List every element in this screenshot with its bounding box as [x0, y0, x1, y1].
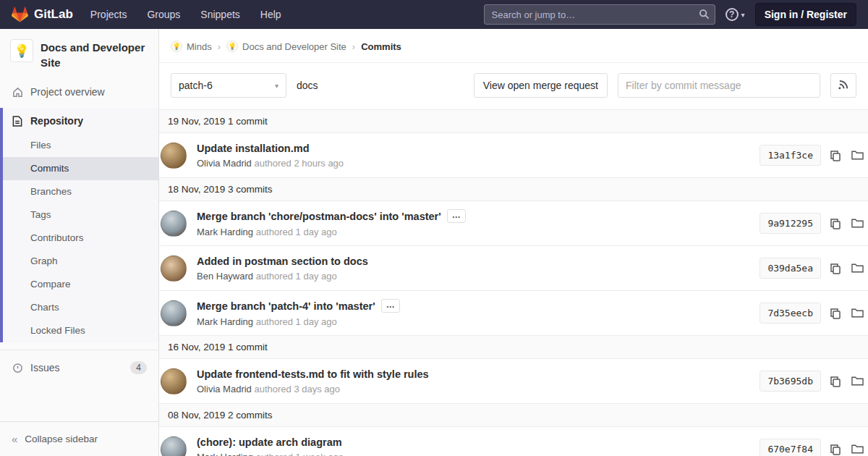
sidebar-item-compare[interactable]: Compare: [3, 273, 158, 296]
commit-row: Update installation.md Olivia Madrid aut…: [159, 133, 868, 178]
brand-name: GitLab: [34, 7, 73, 22]
commit-sha[interactable]: 7d35eecb: [760, 303, 821, 324]
copy-sha-button[interactable]: [828, 261, 843, 276]
commit-sha[interactable]: 7b3695db: [760, 371, 821, 392]
author-avatar[interactable]: [161, 300, 187, 326]
breadcrumb-separator: ›: [218, 41, 221, 52]
commit-authored-time: authored 1 day ago: [256, 316, 337, 327]
browse-files-button[interactable]: [850, 261, 865, 275]
nav-item-snippets[interactable]: Snippets: [200, 9, 239, 20]
commit-authored-time: authored 1 day ago: [256, 271, 337, 282]
double-chevron-left-icon: «: [12, 433, 17, 445]
commit-authored-time: authored 1 day ago: [256, 227, 337, 237]
document-icon: [12, 116, 23, 127]
browse-files-button[interactable]: [850, 306, 865, 320]
commit-author-link[interactable]: Ben Hayward: [197, 271, 253, 282]
group-avatar: 💡: [171, 41, 182, 52]
project-sidebar: 💡 Docs and Developer Site Project overvi…: [0, 29, 159, 456]
commit-sha[interactable]: 039da5ea: [760, 258, 821, 279]
copy-sha-button[interactable]: [828, 148, 843, 163]
commit-title-link[interactable]: (chore): update arch diagram: [197, 436, 342, 448]
collapse-sidebar-button[interactable]: « Collapse sidebar: [0, 421, 158, 456]
sidebar-divider: [0, 350, 158, 350]
commit-author-link[interactable]: Mark Harding: [197, 452, 253, 456]
gitlab-logo[interactable]: GitLab: [12, 7, 73, 23]
project-avatar[interactable]: 💡: [10, 39, 33, 62]
nav-item-groups[interactable]: Groups: [147, 9, 180, 20]
commits-feed-button[interactable]: [830, 73, 856, 98]
commit-title-link[interactable]: Update installation.md: [197, 143, 310, 154]
sidebar-item-files[interactable]: Files: [3, 134, 158, 157]
branch-selector-dropdown[interactable]: patch-6 ▾: [171, 73, 286, 98]
breadcrumb-separator: ›: [352, 41, 355, 52]
commit-list: 19 Nov, 2019 1 commit Update installatio…: [159, 109, 868, 456]
commit-author-link[interactable]: Olivia Madrid: [197, 384, 252, 394]
commit-sha[interactable]: 9a912295: [760, 213, 821, 234]
copy-sha-button[interactable]: [828, 216, 843, 231]
sidebar-item-charts[interactable]: Charts: [3, 296, 158, 319]
copy-sha-button[interactable]: [828, 306, 843, 321]
commit-row: (chore): update arch diagram Mark Hardin…: [159, 427, 868, 456]
sidebar-item-tags[interactable]: Tags: [3, 203, 158, 227]
nav-item-projects[interactable]: Projects: [90, 9, 127, 20]
commit-date-header: 19 Nov, 2019 1 commit: [159, 110, 868, 133]
sidebar-item-issues[interactable]: Issues 4: [0, 355, 158, 381]
commit-title-link[interactable]: Merge branch 'chore/postman-docs' into '…: [197, 211, 441, 222]
commit-sha[interactable]: 13a1f3ce: [760, 145, 821, 166]
tanuki-icon: [12, 7, 28, 23]
issues-count-badge: 4: [130, 361, 147, 374]
search-input[interactable]: [484, 4, 715, 25]
view-open-merge-request-button[interactable]: View open merge request: [474, 73, 608, 98]
author-avatar[interactable]: [161, 211, 187, 237]
commit-authored-time: authored 2 hours ago: [254, 158, 344, 169]
copy-sha-button[interactable]: [828, 374, 843, 389]
commit-author-link[interactable]: Mark Harding: [197, 316, 253, 327]
rss-icon: [838, 79, 849, 92]
main-content: 💡 Minds › 💡 Docs and Developer Site › Co…: [159, 0, 868, 456]
nav-item-help[interactable]: Help: [260, 9, 281, 20]
browse-files-button[interactable]: [850, 442, 865, 456]
commit-title-link[interactable]: Update frontend-tests.md to fit with sty…: [197, 368, 429, 380]
browse-files-button[interactable]: [850, 148, 865, 162]
breadcrumb: 💡 Minds › 💡 Docs and Developer Site › Co…: [159, 29, 868, 63]
author-avatar[interactable]: [161, 143, 187, 169]
author-avatar[interactable]: [161, 368, 187, 394]
chevron-down-icon: ▾: [741, 11, 745, 19]
search-icon[interactable]: [699, 9, 710, 22]
global-search: [484, 4, 715, 25]
commit-date-header: 18 Nov, 2019 3 commits: [159, 178, 868, 201]
breadcrumb-project-link[interactable]: Docs and Developer Site: [242, 41, 346, 52]
commit-author-link[interactable]: Olivia Madrid: [197, 158, 252, 169]
commit-date-header: 16 Nov, 2019 1 commit: [159, 336, 868, 359]
sidebar-item-repository[interactable]: Repository: [3, 108, 158, 134]
commit-row: Merge branch 'chore/postman-docs' into '…: [159, 201, 868, 246]
author-avatar[interactable]: [161, 436, 187, 456]
filter-commit-message-input[interactable]: [618, 73, 820, 98]
browse-files-button[interactable]: [850, 374, 865, 388]
breadcrumb-group-link[interactable]: Minds: [187, 41, 212, 52]
commit-row: Update frontend-tests.md to fit with sty…: [159, 359, 868, 404]
author-avatar[interactable]: [161, 256, 187, 282]
expand-commit-description-button[interactable]: …: [447, 209, 466, 223]
commit-sha[interactable]: 670e7f84: [760, 439, 821, 456]
commit-title-link[interactable]: Merge branch 'patch-4' into 'master': [197, 300, 375, 312]
commits-controls: patch-6 ▾ docs View open merge request: [159, 63, 868, 109]
copy-sha-button[interactable]: [828, 442, 843, 456]
expand-commit-description-button[interactable]: …: [381, 299, 400, 313]
sidebar-item-locked-files[interactable]: Locked Files: [3, 319, 158, 342]
sign-in-button[interactable]: Sign in / Register: [755, 3, 856, 26]
commit-author-link[interactable]: Mark Harding: [197, 227, 253, 237]
sidebar-section-repository: Repository Files Commits Branches Tags C…: [0, 108, 158, 342]
sidebar-item-graph[interactable]: Graph: [3, 250, 158, 273]
commit-title-link[interactable]: Added in postman section to docs: [197, 256, 368, 267]
chevron-down-icon: ▾: [275, 82, 278, 90]
project-name[interactable]: Docs and Developer Site: [41, 39, 147, 70]
commit-date-header: 08 Nov, 2019 2 commits: [159, 404, 868, 427]
browse-files-button[interactable]: [850, 216, 865, 230]
sidebar-item-project-overview[interactable]: Project overview: [0, 79, 158, 105]
help-dropdown[interactable]: ? ▾: [726, 8, 745, 21]
sidebar-item-commits[interactable]: Commits: [3, 157, 158, 180]
sidebar-item-contributors[interactable]: Contributors: [3, 227, 158, 250]
issues-icon: [12, 363, 23, 373]
sidebar-item-branches[interactable]: Branches: [3, 180, 158, 203]
